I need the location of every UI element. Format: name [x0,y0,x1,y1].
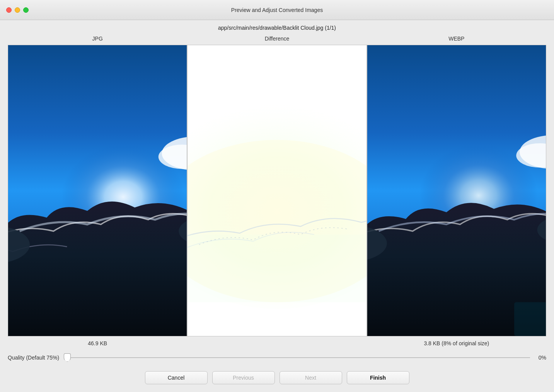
maximize-button[interactable] [23,7,29,13]
jpg-panel [8,45,187,336]
diff-panel [187,45,366,336]
jpg-image [8,45,187,336]
col-header-webp: WEBP [367,34,546,45]
svg-rect-11 [188,234,366,302]
svg-rect-20 [514,302,546,336]
window-title: Preview and Adjust Converted Images [231,7,323,13]
diff-image [188,45,366,336]
close-button[interactable] [6,7,12,13]
minimize-button[interactable] [15,7,20,13]
cancel-button[interactable]: Cancel [145,371,208,384]
filepath: app/src/main/res/drawable/Backlit Cloud.… [0,20,554,34]
col-header-jpg: JPG [8,34,187,45]
title-bar: Preview and Adjust Converted Images [0,0,554,20]
previous-button[interactable]: Previous [212,371,275,384]
finish-button[interactable]: Finish [347,371,409,384]
quality-slider[interactable] [64,357,530,358]
next-button[interactable]: Next [280,371,342,384]
quality-slider-container [64,352,530,363]
webp-panel [367,45,546,336]
main-content: app/src/main/res/drawable/Backlit Cloud.… [0,20,554,392]
panels-container [8,45,546,336]
col-header-diff: Difference [187,34,366,45]
quality-percent: 0% [535,355,546,361]
size-row: 46.9 KB 3.8 KB (8% of original size) [8,336,546,350]
webp-image [367,45,546,336]
window-controls [6,7,29,13]
webp-size: 3.8 KB (8% of original size) [367,340,546,346]
button-row: Cancel Previous Next Finish [0,367,554,392]
jpg-size: 46.9 KB [8,340,187,346]
column-headers: JPG Difference WEBP [0,34,554,45]
quality-row: Quality (Default 75%) 0% [8,352,546,363]
diff-size [187,340,366,346]
quality-label: Quality (Default 75%) [8,355,59,361]
